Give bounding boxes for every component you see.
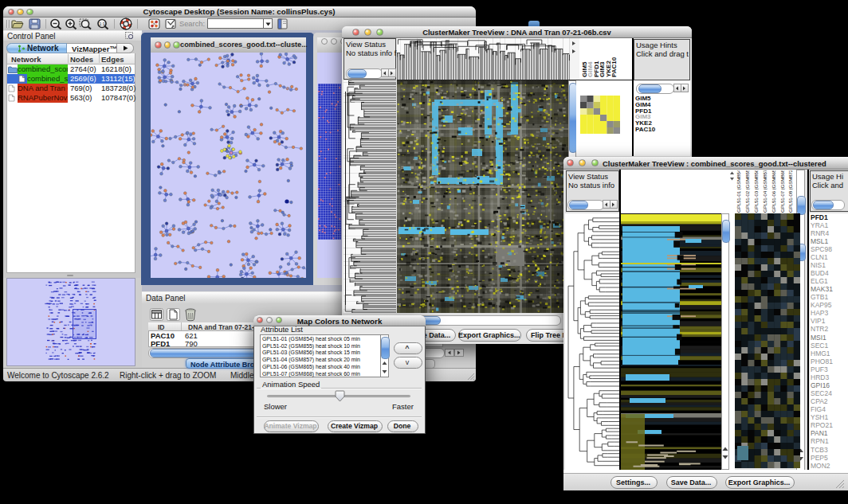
svg-text:1:1: 1:1	[99, 21, 105, 26]
